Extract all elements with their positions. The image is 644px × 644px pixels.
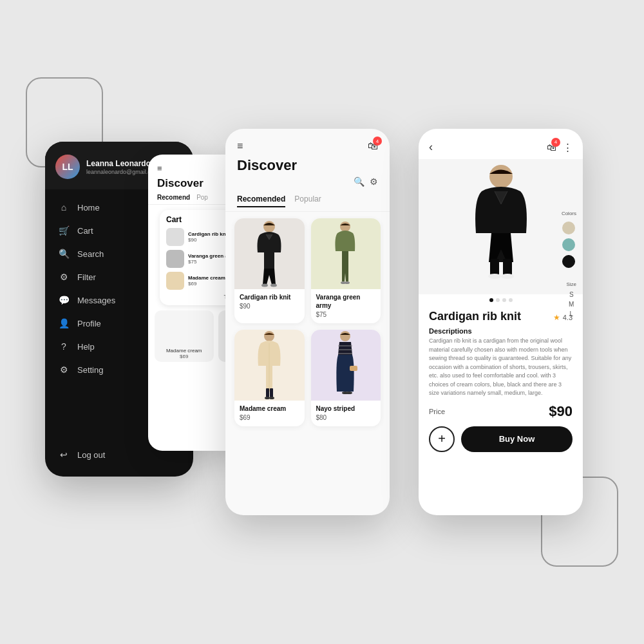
svg-point-12: [340, 331, 350, 341]
size-label: Size: [566, 281, 576, 287]
product-card-4[interactable]: Nayo striped $80: [311, 330, 381, 426]
logout-label: Log out: [77, 450, 105, 460]
svg-point-0: [263, 221, 275, 232]
bg-tab-recomended[interactable]: Recomend: [157, 194, 190, 201]
discover-grid: Cardigan rib knit $90: [225, 212, 390, 433]
dot-4[interactable]: [509, 298, 513, 302]
detail-footer: + Buy Now: [419, 420, 583, 462]
dot-2[interactable]: [496, 298, 500, 302]
bg-cart-thumb-1: [166, 228, 184, 246]
rating-row: ★ 4.3: [553, 313, 573, 322]
desc-title: Descriptions: [429, 327, 573, 335]
avatar: LL: [55, 155, 80, 179]
product-card-2[interactable]: Varanga green army $75: [311, 218, 381, 323]
bg-mini-card-cream[interactable]: Madame cream $69: [155, 310, 214, 362]
size-s[interactable]: S: [569, 291, 574, 298]
svg-rect-16: [350, 366, 357, 371]
dot-1[interactable]: [489, 298, 493, 302]
detail-cart-badge: 4: [551, 138, 560, 147]
search-icon: 🔍: [58, 249, 70, 259]
product-img-2: [311, 218, 381, 289]
product-info-2: Varanga green army $75: [311, 289, 381, 323]
price-value: $90: [549, 403, 573, 420]
svg-point-19: [489, 165, 513, 188]
bg-hamburger-icon: ≡: [157, 164, 162, 173]
price-row: Price $90: [419, 398, 583, 420]
product-name-4: Nayo striped: [316, 404, 376, 413]
hamburger-icon[interactable]: ≡: [237, 140, 243, 152]
discover-search-row: 🔍 ⚙: [225, 176, 390, 192]
menu-item-label: Messages: [77, 296, 115, 305]
bg-mini-price-1: $69: [180, 354, 188, 359]
menu-item-label: Help: [77, 342, 95, 352]
phone-discover: ≡ 🛍 4 Discover 🔍 ⚙ Recomended Popular: [225, 129, 390, 515]
cart-icon: 🛒: [58, 225, 70, 236]
bg-tab-popular[interactable]: Pop: [196, 194, 208, 201]
image-dots: [419, 294, 583, 305]
cart-icon-wrapper: 🛍 4: [368, 140, 378, 152]
rating-value: 4.3: [563, 314, 573, 321]
product-name-3: Madame cream: [240, 404, 299, 413]
bg-mini-label-1: Madame cream: [166, 348, 202, 354]
filter-icon: ⚙: [58, 272, 70, 282]
phone-detail: ‹ 🛍 4 ⋮: [419, 129, 583, 515]
svg-point-6: [264, 331, 274, 341]
svg-point-22: [488, 274, 501, 279]
price-label: Price: [429, 408, 445, 415]
discover-tabs: Recomended Popular: [225, 192, 390, 212]
figure-striped-svg: [328, 330, 363, 400]
product-price-4: $80: [316, 414, 376, 421]
more-options-icon[interactable]: ⋮: [563, 142, 573, 153]
product-name-2: Varanga green army: [316, 293, 376, 310]
menu-item-label: Search: [77, 249, 104, 259]
buy-now-button[interactable]: Buy Now: [461, 426, 573, 452]
color-teal[interactable]: [562, 238, 575, 251]
detail-top-bar: ‹ 🛍 4 ⋮: [419, 129, 583, 159]
svg-point-5: [345, 281, 350, 284]
discover-filter-icon[interactable]: ⚙: [370, 176, 378, 187]
svg-point-11: [269, 397, 274, 399]
svg-rect-20: [490, 259, 499, 275]
figure-cream-svg: [252, 330, 287, 400]
detail-product-title: Cardigan rib knit: [429, 310, 521, 323]
tab-popular[interactable]: Popular: [294, 194, 321, 207]
product-img-1: [234, 218, 305, 289]
discover-search-icon[interactable]: 🔍: [354, 176, 365, 187]
colors-label: Colors: [562, 211, 576, 216]
star-icon: ★: [553, 313, 560, 322]
product-card-1[interactable]: Cardigan rib knit $90: [234, 218, 305, 323]
home-icon: ⌂: [58, 202, 70, 213]
color-black[interactable]: [562, 255, 575, 268]
color-cream[interactable]: [562, 222, 575, 234]
dot-3[interactable]: [502, 298, 506, 302]
menu-item-label: Setting: [77, 365, 103, 375]
svg-point-18: [346, 392, 352, 394]
detail-figure-svg: [459, 162, 543, 291]
product-info-4: Nayo striped $80: [311, 401, 381, 426]
menu-item-label: Filter: [77, 272, 96, 282]
svg-point-3: [340, 222, 350, 232]
tab-recomended[interactable]: Recomended: [237, 194, 285, 207]
product-price-3: $69: [240, 414, 299, 421]
menu-item-label: Cart: [77, 226, 93, 236]
bg-cart-thumb-2: [166, 250, 184, 268]
color-selector: Colors: [562, 211, 576, 268]
messages-icon: 💬: [58, 295, 70, 305]
discover-title: Discover: [225, 157, 390, 176]
product-img-3: [234, 330, 305, 401]
add-to-cart-button[interactable]: +: [429, 426, 455, 452]
product-img-4: [311, 330, 381, 401]
product-card-3[interactable]: Madame cream $69: [234, 330, 305, 426]
svg-point-1: [261, 283, 268, 287]
svg-rect-21: [503, 259, 512, 275]
product-info-1: Cardigan rib knit $90: [234, 289, 305, 315]
svg-point-10: [265, 397, 270, 399]
logout-icon: ↩: [58, 450, 70, 460]
profile-icon: 👤: [58, 318, 70, 328]
menu-item-label: Home: [77, 203, 100, 213]
svg-rect-9: [270, 388, 273, 397]
product-name-1: Cardigan rib knit: [240, 293, 299, 301]
bg-cart-thumb-3: [166, 272, 184, 290]
back-button[interactable]: ‹: [429, 140, 433, 154]
product-price-1: $90: [240, 303, 299, 310]
